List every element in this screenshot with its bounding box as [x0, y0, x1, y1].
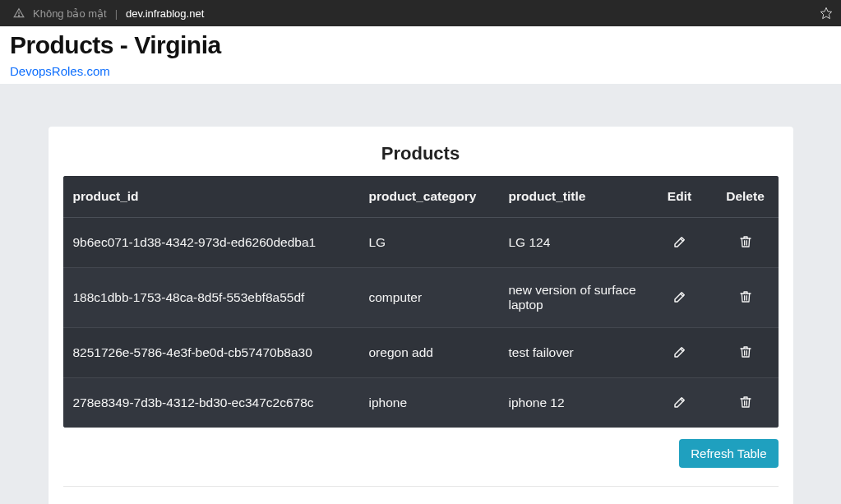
col-delete: Delete	[713, 176, 779, 218]
url-host[interactable]: dev.infrablog.net	[126, 7, 204, 20]
cell-product-category: oregon add	[359, 328, 499, 378]
delete-button[interactable]	[737, 343, 754, 361]
edit-pencil-icon	[672, 344, 687, 359]
cell-product-category: iphone	[359, 378, 499, 428]
cell-product-title: LG 124	[499, 218, 647, 268]
cell-product-id: 9b6ec071-1d38-4342-973d-ed6260dedba1	[63, 218, 359, 268]
cell-delete	[713, 328, 779, 378]
edit-pencil-icon	[672, 395, 687, 409]
browser-address-bar: Không bảo mật | dev.infrablog.net	[0, 0, 841, 26]
site-link[interactable]: DevopsRoles.com	[10, 64, 110, 78]
col-product-id: product_id	[63, 176, 359, 218]
svg-marker-2	[820, 7, 831, 18]
cell-edit	[647, 268, 713, 328]
table-actions: Refresh Table	[63, 439, 779, 468]
cell-product-category: computer	[359, 268, 499, 328]
cell-product-id: 8251726e-5786-4e3f-be0d-cb57470b8a30	[63, 328, 359, 378]
security-label: Không bảo mật	[33, 7, 107, 20]
table-row: 188c1dbb-1753-48ca-8d5f-553ebf8a55dfcomp…	[63, 268, 779, 328]
cell-edit	[647, 328, 713, 378]
delete-button[interactable]	[737, 393, 754, 411]
edit-button[interactable]	[671, 343, 689, 361]
cell-delete	[713, 378, 779, 428]
edit-button[interactable]	[671, 288, 689, 306]
table-row: 8251726e-5786-4e3f-be0d-cb57470b8a30oreg…	[63, 328, 779, 378]
cell-product-id: 278e8349-7d3b-4312-bd30-ec347c2c678c	[63, 378, 359, 428]
cell-edit	[647, 378, 713, 428]
col-product-title: product_title	[499, 176, 647, 218]
col-product-category: product_category	[359, 176, 499, 218]
trash-icon	[739, 234, 752, 249]
cell-product-title: iphone 12	[499, 378, 647, 428]
content-wrapper: Products product_id product_category pro…	[0, 84, 841, 504]
svg-point-1	[19, 15, 20, 16]
delete-button[interactable]	[737, 288, 754, 306]
separator: |	[115, 7, 118, 20]
col-edit: Edit	[647, 176, 713, 218]
warning-triangle-icon	[13, 7, 25, 19]
edit-pencil-icon	[672, 289, 687, 304]
table-row: 278e8349-7d3b-4312-bd30-ec347c2c678cipho…	[63, 378, 779, 428]
edit-button[interactable]	[671, 393, 689, 411]
refresh-table-button[interactable]: Refresh Table	[679, 439, 778, 468]
products-table: product_id product_category product_titl…	[63, 176, 779, 428]
table-header-row: product_id product_category product_titl…	[63, 176, 779, 218]
cell-delete	[713, 268, 779, 328]
products-card: Products product_id product_category pro…	[49, 127, 793, 504]
trash-icon	[739, 289, 752, 304]
cell-product-category: LG	[359, 218, 499, 268]
edit-pencil-icon	[672, 234, 687, 249]
page-title: Products - Virginia	[10, 31, 841, 59]
cell-product-title: new version of surface laptop	[499, 268, 647, 328]
edit-button[interactable]	[671, 233, 689, 251]
delete-button[interactable]	[737, 233, 754, 251]
page-header: Products - Virginia DevopsRoles.com	[0, 26, 841, 84]
add-edit-heading: Add / Edit Product	[63, 486, 779, 504]
cell-product-id: 188c1dbb-1753-48ca-8d5f-553ebf8a55df	[63, 268, 359, 328]
products-heading: Products	[63, 143, 779, 164]
browser-url-area: Không bảo mật | dev.infrablog.net	[13, 7, 204, 20]
trash-icon	[739, 395, 752, 409]
cell-product-title: test failover	[499, 328, 647, 378]
trash-icon	[739, 344, 752, 359]
bookmark-star-icon[interactable]	[820, 7, 833, 20]
table-row: 9b6ec071-1d38-4342-973d-ed6260dedba1LGLG…	[63, 218, 779, 268]
cell-delete	[713, 218, 779, 268]
cell-edit	[647, 218, 713, 268]
